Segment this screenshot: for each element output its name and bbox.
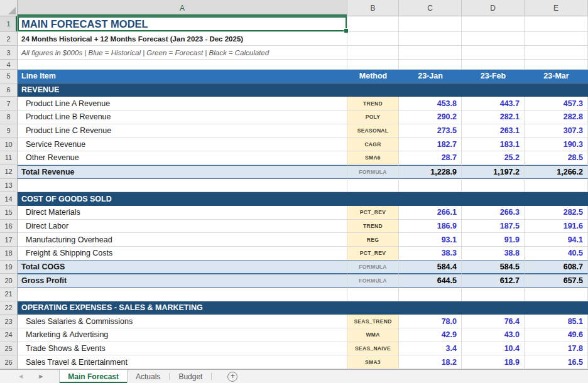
cell-total-value[interactable]: 612.7 bbox=[462, 274, 525, 288]
blank-cell[interactable] bbox=[525, 16, 588, 32]
row-header-20[interactable]: 20 bbox=[0, 274, 18, 288]
row-header-9[interactable]: 9 bbox=[0, 124, 18, 138]
cell-method[interactable]: SEASONAL bbox=[347, 124, 399, 138]
cell-value[interactable]: 282.1 bbox=[462, 111, 525, 124]
row-header-23[interactable]: 23 bbox=[0, 315, 18, 328]
cell-subtitle[interactable]: 24 Months Historical + 12 Months Forecas… bbox=[18, 32, 347, 46]
blank-cell[interactable] bbox=[347, 288, 399, 301]
row-header-2[interactable]: 2 bbox=[0, 32, 18, 46]
cell-method[interactable]: CAGR bbox=[347, 138, 399, 151]
column-header-D[interactable]: D bbox=[462, 0, 525, 16]
row-header-6[interactable]: 6 bbox=[0, 84, 18, 97]
cell-method[interactable]: TREND bbox=[347, 97, 399, 111]
cell-method[interactable]: FORMULA bbox=[347, 274, 399, 288]
row-header-11[interactable]: 11 bbox=[0, 151, 18, 165]
cell-value[interactable]: 182.7 bbox=[399, 138, 462, 151]
cell-method[interactable]: SEAS_NAIVE bbox=[347, 342, 399, 356]
row-header-7[interactable]: 7 bbox=[0, 97, 18, 111]
blank-cell[interactable] bbox=[462, 60, 525, 70]
column-header-C[interactable]: C bbox=[399, 0, 462, 16]
cell-value[interactable]: 263.1 bbox=[462, 124, 525, 138]
cell-method[interactable]: PCT_REV bbox=[347, 206, 399, 220]
blank-cell[interactable] bbox=[462, 46, 525, 60]
cell-value[interactable]: 43.0 bbox=[462, 328, 525, 342]
cell-item-label[interactable]: Marketing & Advertising bbox=[18, 328, 347, 342]
cell-total-value[interactable]: 584.4 bbox=[399, 261, 462, 274]
blank-cell[interactable] bbox=[347, 32, 399, 46]
cell-value[interactable]: 38.3 bbox=[399, 247, 462, 261]
cell-header-month[interactable]: 23-Feb bbox=[462, 70, 525, 84]
cell-item-label[interactable]: Product Line B Revenue bbox=[18, 111, 347, 124]
cell-value[interactable]: 78.0 bbox=[399, 315, 462, 328]
cell-item-label[interactable]: Trade Shows & Events bbox=[18, 342, 347, 356]
row-header-22[interactable]: 22 bbox=[0, 301, 18, 315]
blank-cell[interactable] bbox=[18, 60, 347, 70]
cell-method[interactable]: FORMULA bbox=[347, 261, 399, 274]
cell-value[interactable]: 94.1 bbox=[525, 233, 588, 247]
row-header-13[interactable]: 13 bbox=[0, 179, 18, 193]
sheet-nav-right-icon[interactable]: ▶ bbox=[39, 374, 43, 379]
cell-value[interactable]: 186.9 bbox=[399, 220, 462, 234]
cell-total-label[interactable]: Total Revenue bbox=[18, 165, 347, 179]
cell-total-value[interactable]: 1,266.2 bbox=[525, 165, 588, 179]
cell-value[interactable]: 28.7 bbox=[399, 151, 462, 165]
cell-item-label[interactable]: Other Revenue bbox=[18, 151, 347, 165]
cell-value[interactable]: 183.1 bbox=[462, 138, 525, 151]
blank-cell[interactable] bbox=[462, 179, 525, 193]
cell-value[interactable]: 191.6 bbox=[525, 220, 588, 234]
cell-total-value[interactable]: 584.5 bbox=[462, 261, 525, 274]
cell-item-label[interactable]: Freight & Shipping Costs bbox=[18, 247, 347, 261]
blank-cell[interactable] bbox=[399, 32, 462, 46]
row-header-15[interactable]: 15 bbox=[0, 206, 18, 220]
column-header-E[interactable]: E bbox=[525, 0, 588, 16]
cell-method[interactable]: FORMULA bbox=[347, 165, 399, 179]
cell-value[interactable]: 93.1 bbox=[399, 233, 462, 247]
row-header-26[interactable]: 26 bbox=[0, 355, 18, 369]
cell-item-label[interactable]: Product Line A Revenue bbox=[18, 97, 347, 111]
row-header-4[interactable]: 4 bbox=[0, 60, 18, 70]
cell-method[interactable]: POLY bbox=[347, 111, 399, 124]
column-header-A[interactable]: A bbox=[18, 0, 347, 16]
tab-budget[interactable]: Budget bbox=[170, 370, 210, 383]
row-header-10[interactable]: 10 bbox=[0, 138, 18, 151]
blank-cell[interactable] bbox=[462, 16, 525, 32]
blank-cell[interactable] bbox=[462, 32, 525, 46]
tab-actuals[interactable]: Actuals bbox=[128, 370, 168, 383]
cell-total-value[interactable]: 657.5 bbox=[525, 274, 588, 288]
blank-cell[interactable] bbox=[525, 32, 588, 46]
row-header-18[interactable]: 18 bbox=[0, 247, 18, 261]
cell-header-month[interactable]: 23-Mar bbox=[525, 70, 588, 84]
cell-item-label[interactable]: Sales Salaries & Commissions bbox=[18, 315, 347, 328]
cell-item-label[interactable]: Direct Labor bbox=[18, 220, 347, 234]
cell-item-label[interactable]: Sales Travel & Entertainment bbox=[18, 355, 347, 369]
cell-title[interactable]: MAIN FORECAST MODEL bbox=[18, 16, 347, 32]
cell-value[interactable]: 443.7 bbox=[462, 97, 525, 111]
cell-value[interactable]: 282.8 bbox=[525, 111, 588, 124]
blank-cell[interactable] bbox=[462, 288, 525, 301]
blank-cell[interactable] bbox=[347, 60, 399, 70]
cell-value[interactable]: 18.9 bbox=[462, 355, 525, 369]
cell-value[interactable]: 187.5 bbox=[462, 220, 525, 234]
column-header-B[interactable]: B bbox=[347, 0, 399, 16]
cell-item-label[interactable]: Service Revenue bbox=[18, 138, 347, 151]
cell-total-label[interactable]: Total COGS bbox=[18, 261, 347, 274]
blank-cell[interactable] bbox=[525, 46, 588, 60]
cell-method[interactable]: SMA6 bbox=[347, 151, 399, 165]
cell-value[interactable]: 266.3 bbox=[462, 206, 525, 220]
row-header-21[interactable]: 21 bbox=[0, 288, 18, 301]
cell-value[interactable]: 85.1 bbox=[525, 315, 588, 328]
cell-item-label[interactable]: Product Line C Revenue bbox=[18, 124, 347, 138]
blank-cell[interactable] bbox=[399, 60, 462, 70]
row-header-17[interactable]: 17 bbox=[0, 233, 18, 247]
cell-note[interactable]: All figures in $000s | Blue = Historical… bbox=[18, 46, 347, 60]
row-header-24[interactable]: 24 bbox=[0, 328, 18, 342]
cell-value[interactable]: 91.9 bbox=[462, 233, 525, 247]
row-header-25[interactable]: 25 bbox=[0, 342, 18, 356]
cell-header-line-item[interactable]: Line Item bbox=[18, 70, 347, 84]
blank-cell[interactable] bbox=[525, 179, 588, 193]
row-header-19[interactable]: 19 bbox=[0, 261, 18, 274]
cell-method[interactable]: PCT_REV bbox=[347, 247, 399, 261]
blank-cell[interactable] bbox=[525, 288, 588, 301]
cell-method[interactable]: SEAS_TREND bbox=[347, 315, 399, 328]
cell-value[interactable]: 42.9 bbox=[399, 328, 462, 342]
